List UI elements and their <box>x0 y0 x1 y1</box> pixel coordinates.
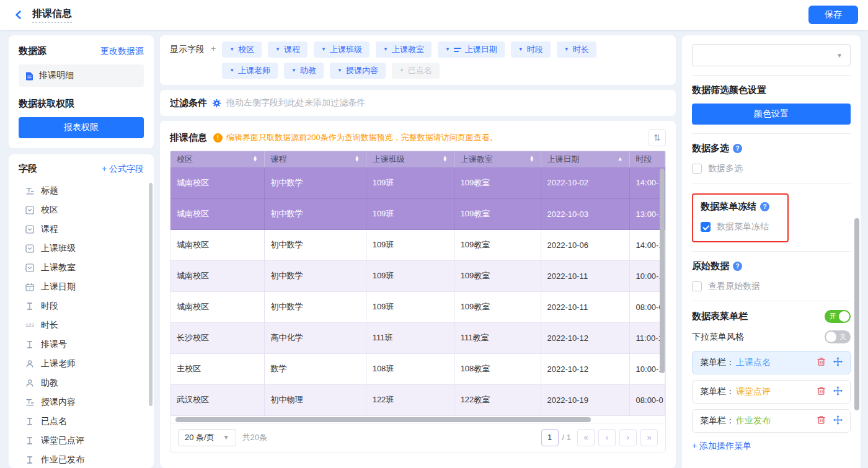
change-datasource-link[interactable]: 更改数据源 <box>100 46 144 57</box>
table-row[interactable]: 城南校区初中数学109班109教室2022-10-0313:00-1 <box>170 198 665 229</box>
datasource-item[interactable]: 排课明细 <box>19 64 144 87</box>
display-field-chip-上课教室[interactable]: ▼上课教室 <box>376 42 432 58</box>
field-item-课堂已点评[interactable]: 课堂已点评 <box>19 431 144 450</box>
menubar-item-作业发布[interactable]: 菜单栏：作业发布 <box>692 409 851 433</box>
chip-label: 助教 <box>300 65 316 76</box>
field-item-上课班级[interactable]: 上课班级 <box>19 239 144 258</box>
table-cell: 108教室 <box>454 353 541 384</box>
menubar-item-name: 课堂点评 <box>736 386 771 397</box>
table-cell: 武汉校区 <box>170 384 264 415</box>
display-field-chip-上课班级[interactable]: ▼上课班级 <box>314 42 370 58</box>
table-row[interactable]: 城南校区初中数学109班109教室2022-10-0214:00-1 <box>170 167 665 198</box>
field-item-排课号[interactable]: 排课号 <box>19 335 144 354</box>
menu-freeze-checkbox-row[interactable]: 数据菜单冻结 <box>701 221 780 232</box>
move-menu-button[interactable] <box>833 357 843 368</box>
field-item-上课老师[interactable]: 上课老师 <box>19 354 144 373</box>
field-item-课程[interactable]: 课程 <box>19 219 144 239</box>
gear-icon[interactable] <box>212 99 221 108</box>
menubar-item-课堂点评[interactable]: 菜单栏：课堂点评 <box>692 380 851 404</box>
column-header-上课教室[interactable]: 上课教室▲▼ <box>454 151 541 167</box>
menubar-item-上课点名[interactable]: 菜单栏：上课点名 <box>692 351 851 374</box>
display-field-chip-时长[interactable]: ▼时长 <box>557 42 596 58</box>
column-header-上课日期[interactable]: 上课日期▲ <box>541 151 629 167</box>
table-box: 校区▲▼课程▲▼上课班级▲▼上课教室▲▼上课日期▲时段 城南校区初中数学109班… <box>170 151 666 453</box>
field-item-校区[interactable]: 校区 <box>19 200 144 219</box>
save-button[interactable]: 保存 <box>808 6 858 24</box>
delete-menu-button[interactable] <box>817 415 826 426</box>
field-label: 上课班级 <box>41 243 76 254</box>
table-row[interactable]: 武汉校区初中物理122班122教室2022-10-1908:00-0 <box>170 384 665 415</box>
column-header-校区[interactable]: 校区▲▼ <box>170 151 264 167</box>
field-item-上课日期[interactable]: 7上课日期 <box>19 277 144 296</box>
table-cell: 08:00-0 <box>629 384 665 415</box>
move-menu-button[interactable] <box>833 415 843 426</box>
raw-data-checkbox[interactable] <box>692 281 702 291</box>
page-size-select[interactable]: 20 条/页 ▼ <box>178 429 236 446</box>
add-formula-field-link[interactable]: + 公式字段 <box>102 164 144 175</box>
page-input[interactable] <box>541 429 559 446</box>
display-field-chip-课程[interactable]: ▼课程 <box>268 42 308 58</box>
content: 数据源 更改数据源 排课明细 数据获取权限 报表权限 字段 + 公式字段 标题校… <box>0 30 868 468</box>
field-item-时段[interactable]: 时段 <box>19 296 144 316</box>
table-cell: 122班 <box>366 384 454 415</box>
table-cell: 122教室 <box>454 384 541 415</box>
table-row[interactable]: 城南校区初中数学109班109教室2022-10-1108:00-0 <box>170 291 665 322</box>
help-icon[interactable]: ? <box>733 262 742 271</box>
table-row[interactable]: 主校区数学108班108教室2022-10-1210:00-1 <box>170 353 665 384</box>
display-field-chip-上课老师[interactable]: ▼上课老师 <box>222 63 278 79</box>
last-page-button[interactable]: » <box>640 429 658 446</box>
add-action-menu-link[interactable]: + 添加操作菜单 <box>692 441 751 452</box>
display-field-chip-上课日期[interactable]: ▼上课日期 <box>438 42 505 58</box>
table-row[interactable]: 长沙校区高中化学111班111教室2022-10-1211:00-1 <box>170 322 665 353</box>
raw-data-checkbox-row[interactable]: 查看原始数据 <box>692 281 851 292</box>
table-row[interactable]: 城南校区初中数学109班109教室2022-10-1110:00-1 <box>170 260 665 291</box>
field-item-已点名[interactable]: 已点名 <box>19 412 144 431</box>
datasource-title: 数据源 <box>19 45 46 57</box>
display-field-chip-已点名[interactable]: ▼已点名 <box>392 63 440 79</box>
panel-scrollbar[interactable] <box>854 218 859 410</box>
delete-menu-button[interactable] <box>817 386 826 397</box>
first-page-button[interactable]: « <box>577 429 595 446</box>
move-menu-button[interactable] <box>833 386 843 397</box>
chevron-left-icon <box>13 9 24 20</box>
field-item-作业已发布[interactable]: 作业已发布 <box>19 450 144 468</box>
table-horizontal-scrollbar[interactable] <box>175 417 591 422</box>
column-header-时段[interactable]: 时段 <box>629 151 665 167</box>
prev-page-button[interactable]: ‹ <box>598 429 616 446</box>
column-header-课程[interactable]: 课程▲▼ <box>264 151 366 167</box>
field-item-时长[interactable]: 123时长 <box>19 316 144 335</box>
fields-scrollbar[interactable] <box>149 183 153 406</box>
back-button[interactable] <box>10 6 27 24</box>
table-menubar-toggle[interactable]: 开 <box>825 310 851 323</box>
field-item-上课教室[interactable]: 上课教室 <box>19 258 144 277</box>
field-item-助教[interactable]: 助教 <box>19 373 144 392</box>
display-field-chip-助教[interactable]: ▼助教 <box>284 63 324 79</box>
multi-select-checkbox[interactable] <box>692 164 702 174</box>
field-label: 上课老师 <box>41 358 76 369</box>
next-page-button[interactable]: › <box>619 429 637 446</box>
dropdown-style-toggle[interactable]: 关 <box>825 330 851 343</box>
move-icon <box>833 415 843 426</box>
field-item-标题[interactable]: 标题 <box>19 181 144 200</box>
display-field-chip-校区[interactable]: ▼校区 <box>222 42 262 58</box>
table-cell: 高中化学 <box>264 322 366 353</box>
display-field-chip-授课内容[interactable]: ▼授课内容 <box>330 63 386 79</box>
help-icon[interactable]: ? <box>760 202 769 211</box>
color-settings-button[interactable]: 颜色设置 <box>692 104 851 125</box>
menu-freeze-checkbox[interactable] <box>701 222 711 232</box>
add-display-field-button[interactable]: + <box>211 42 216 79</box>
menubar-item-prefix: 菜单栏： <box>700 415 735 426</box>
display-field-chip-时段[interactable]: ▼时段 <box>511 42 551 58</box>
table-sort-order-button[interactable]: ⇅ <box>649 129 666 146</box>
style-select[interactable]: ▼ <box>692 44 851 66</box>
delete-menu-button[interactable] <box>817 357 826 368</box>
multi-select-checkbox-row[interactable]: 数据多选 <box>692 163 851 174</box>
table-row[interactable]: 城南校区初中数学109班109教室2022-10-0614:00-1 <box>170 229 665 260</box>
column-header-上课班级[interactable]: 上课班级▲▼ <box>366 151 454 167</box>
table-vertical-scrollbar[interactable] <box>660 169 665 373</box>
help-icon[interactable]: ? <box>733 144 742 153</box>
schedule-table: 校区▲▼课程▲▼上课班级▲▼上课教室▲▼上课日期▲时段 城南校区初中数学109班… <box>170 151 665 416</box>
table-cell: 109班 <box>366 167 454 198</box>
report-permission-button[interactable]: 报表权限 <box>19 117 144 138</box>
field-item-授课内容[interactable]: 授课内容 <box>19 392 144 412</box>
